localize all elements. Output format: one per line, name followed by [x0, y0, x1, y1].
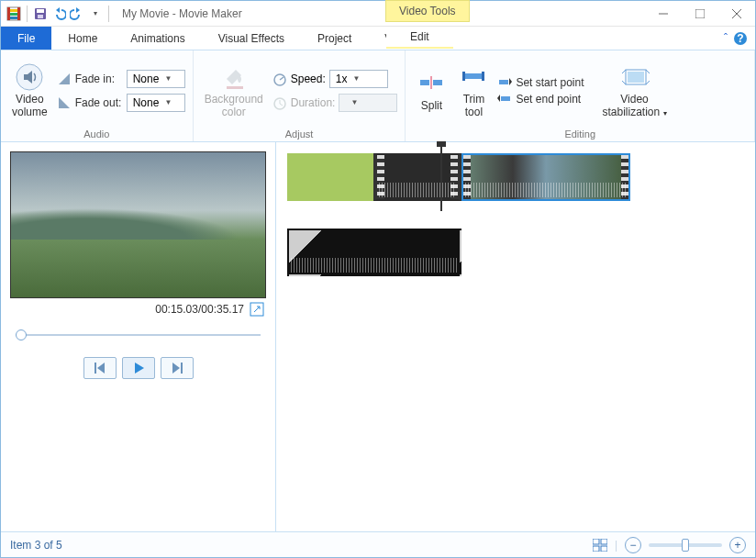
- zoom-thumb[interactable]: [682, 539, 689, 552]
- trim-tool-button[interactable]: Trim tool: [455, 61, 492, 119]
- svg-rect-31: [628, 72, 644, 83]
- clip-1[interactable]: [287, 153, 373, 201]
- fade-out-combo[interactable]: None ▼: [127, 94, 185, 112]
- seek-thumb[interactable]: [16, 329, 27, 340]
- ribbon-group-audio: Video volume Fade in: None ▼ Fade out: N…: [1, 50, 194, 141]
- svg-rect-26: [462, 72, 465, 81]
- tab-visual-effects[interactable]: Visual Effects: [202, 27, 301, 50]
- svg-rect-22: [420, 80, 429, 85]
- speaker-icon: [15, 62, 44, 92]
- speed-label: Speed:: [291, 73, 326, 85]
- tab-file[interactable]: File: [1, 27, 51, 50]
- video-volume-button[interactable]: Video volume: [8, 61, 51, 119]
- window-controls: [645, 1, 755, 27]
- svg-rect-27: [482, 72, 484, 81]
- trim-icon: [459, 62, 488, 92]
- background-color-button: Background color: [201, 61, 267, 119]
- ribbon-tabs: File Home Animations Visual Effects Proj…: [1, 27, 755, 50]
- fade-in-value: None: [133, 73, 160, 85]
- speed-combo[interactable]: 1x ▼: [329, 70, 388, 88]
- close-button[interactable]: [718, 1, 755, 27]
- ribbon-collapse-icon[interactable]: ˆ: [724, 32, 728, 45]
- svg-line-18: [280, 77, 284, 80]
- timeline-panel[interactable]: [276, 142, 755, 531]
- svg-rect-4: [10, 13, 17, 16]
- split-button[interactable]: Split: [413, 67, 450, 114]
- fade-in-combo[interactable]: None ▼: [127, 70, 185, 88]
- preview-seek-slider[interactable]: [10, 326, 266, 344]
- set-end-icon: [497, 93, 512, 106]
- fade-out-icon: [57, 95, 72, 110]
- clip-4[interactable]: [287, 229, 461, 276]
- playhead[interactable]: [440, 147, 442, 211]
- timeline-row-1: [287, 153, 744, 201]
- svg-rect-28: [499, 80, 508, 84]
- status-bar: Item 3 of 5 | − +: [1, 531, 755, 557]
- fade-in-icon: [57, 72, 72, 86]
- play-button[interactable]: [122, 357, 155, 379]
- caret-down-icon: ▼: [164, 74, 172, 83]
- set-start-icon: [497, 76, 512, 89]
- stabilization-icon: [620, 62, 650, 92]
- tab-project[interactable]: Project: [301, 27, 368, 50]
- set-end-point-button[interactable]: Set end point: [497, 93, 584, 106]
- fullscreen-icon[interactable]: [250, 302, 264, 317]
- view-thumbnails-icon[interactable]: [593, 539, 607, 552]
- svg-rect-29: [501, 96, 510, 101]
- svg-rect-38: [601, 546, 607, 552]
- next-frame-button[interactable]: [161, 357, 194, 379]
- group-label-audio: Audio: [8, 127, 185, 140]
- paint-bucket-icon: [219, 62, 249, 92]
- redo-icon[interactable]: [70, 6, 84, 21]
- svg-rect-36: [601, 539, 607, 544]
- zoom-in-button[interactable]: +: [729, 537, 746, 553]
- tab-edit[interactable]: Edit: [386, 27, 453, 49]
- duration-combo: ▼: [339, 94, 397, 112]
- save-icon[interactable]: [33, 6, 48, 21]
- bg-color-label: Background color: [205, 94, 263, 117]
- caret-down-icon: ▼: [350, 98, 358, 106]
- svg-rect-7: [37, 9, 44, 13]
- svg-rect-34: [181, 363, 183, 374]
- set-end-label: Set end point: [516, 93, 581, 106]
- main-area: 00:15.03/00:35.17: [1, 142, 755, 531]
- time-display: 00:15.03/00:35.17: [155, 303, 244, 316]
- qat-customize-caret-icon[interactable]: ▾: [88, 6, 103, 21]
- fade-out-value: None: [133, 96, 160, 109]
- tab-animations[interactable]: Animations: [114, 27, 201, 50]
- timeline-row-2: [287, 219, 744, 276]
- svg-rect-23: [433, 80, 442, 85]
- ribbon-group-editing: Split Trim tool Set start point Set end …: [406, 50, 755, 141]
- help-icon[interactable]: ?: [733, 31, 748, 46]
- tab-home[interactable]: Home: [51, 27, 114, 50]
- trim-label: Trim tool: [463, 94, 485, 117]
- contextual-tab-video-tools[interactable]: Video Tools: [385, 0, 470, 22]
- svg-rect-10: [695, 9, 705, 18]
- split-icon: [417, 69, 446, 98]
- svg-rect-35: [593, 539, 599, 544]
- clip-2[interactable]: [373, 153, 461, 201]
- svg-line-21: [280, 104, 283, 106]
- caret-down-icon: ▼: [352, 74, 360, 83]
- svg-rect-16: [227, 86, 243, 89]
- maximize-button[interactable]: [682, 1, 718, 27]
- minimize-button[interactable]: [645, 1, 682, 27]
- svg-rect-5: [10, 17, 17, 19]
- fade-out-label: Fade out:: [75, 96, 123, 109]
- svg-rect-25: [464, 73, 483, 79]
- app-icon: [6, 6, 21, 21]
- clip-3-selected[interactable]: [461, 153, 630, 201]
- set-start-point-button[interactable]: Set start point: [497, 76, 584, 89]
- svg-rect-33: [94, 363, 96, 374]
- video-stabilization-button[interactable]: Video stabilization ▾: [598, 61, 670, 119]
- preview-panel: 00:15.03/00:35.17: [1, 142, 276, 531]
- ribbon-group-adjust: Background color Speed: 1x ▼ Duration:: [194, 50, 406, 141]
- duration-label: Duration:: [291, 96, 336, 109]
- prev-frame-button[interactable]: [83, 357, 117, 379]
- fade-in-label: Fade in:: [75, 73, 123, 85]
- caret-down-icon: ▼: [164, 98, 172, 106]
- zoom-out-button[interactable]: −: [625, 537, 641, 553]
- zoom-slider[interactable]: [649, 543, 722, 547]
- undo-icon[interactable]: [51, 6, 66, 21]
- ribbon: Video volume Fade in: None ▼ Fade out: N…: [1, 50, 755, 142]
